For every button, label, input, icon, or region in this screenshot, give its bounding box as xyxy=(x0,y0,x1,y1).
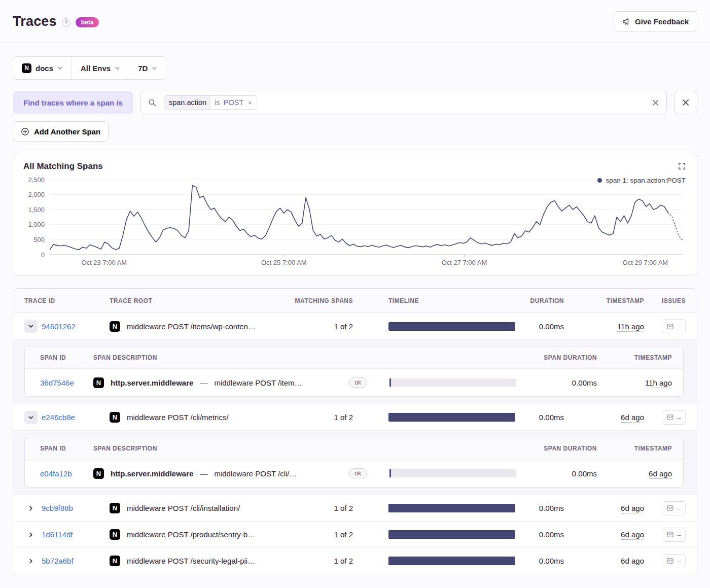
trace-root-label: middleware POST /product/sentry-b… xyxy=(127,530,255,539)
remove-span-condition-button[interactable] xyxy=(674,91,697,114)
page-title: Traces xyxy=(13,14,57,29)
trace-duration: 0.00ms xyxy=(508,322,564,331)
environment-filter[interactable]: All Envs xyxy=(72,57,129,79)
issues-inbox-icon xyxy=(666,323,674,330)
trace-id-link[interactable]: 5b72a6bf xyxy=(42,557,74,565)
issues-button[interactable]: – xyxy=(662,528,686,542)
span-status-badge: ok xyxy=(348,468,367,478)
matching-spans-count: 1 of 2 xyxy=(287,504,353,512)
trace-row: 94601262 N middleware POST /items/wp-con… xyxy=(13,313,697,339)
issues-button[interactable]: – xyxy=(662,554,686,568)
span-id-link[interactable]: 36d7546e xyxy=(40,378,74,387)
issues-button[interactable]: – xyxy=(662,501,686,515)
trace-timeline-bar[interactable] xyxy=(388,322,515,331)
span-id-link[interactable]: e04fa12b xyxy=(40,469,72,478)
span-timeline-bar[interactable] xyxy=(389,378,516,387)
svg-text:500: 500 xyxy=(33,236,45,244)
all-matching-spans-panel: All Matching Spans span 1: span.action:P… xyxy=(13,153,697,275)
nextjs-platform-icon: N xyxy=(110,556,120,566)
col-span-duration: Span Duration xyxy=(522,354,597,361)
nextjs-platform-icon: N xyxy=(110,503,120,513)
svg-text:1,000: 1,000 xyxy=(28,221,45,228)
issues-inbox-icon xyxy=(666,531,674,538)
span-timestamp: 6d ago xyxy=(649,469,672,479)
remove-token-icon[interactable]: × xyxy=(243,99,257,107)
plus-circle-icon xyxy=(21,127,29,136)
col-trace-root: Trace Root xyxy=(110,297,278,304)
span-duration: 0.00ms xyxy=(522,469,597,478)
date-range-filter-label: 7D xyxy=(138,64,148,73)
span-operation-label: http.server.middleware xyxy=(111,378,193,387)
span-description-label: middleware POST /item… xyxy=(214,378,302,387)
expand-trace-chevron[interactable] xyxy=(24,555,38,568)
nextjs-platform-icon: N xyxy=(93,377,104,388)
col-issues: Issues xyxy=(653,297,686,304)
nextjs-project-icon: N xyxy=(22,63,31,73)
project-filter[interactable]: N docs xyxy=(13,57,72,79)
trace-duration: 0.00ms xyxy=(508,504,564,512)
issues-dash: – xyxy=(677,322,681,330)
span-duration: 0.00ms xyxy=(522,378,597,387)
legend-dot-icon xyxy=(597,178,602,183)
chevron-down-icon xyxy=(152,64,157,73)
nextjs-platform-icon: N xyxy=(110,321,120,332)
trace-root-label: middleware POST /cli/installation/ xyxy=(127,504,240,512)
nextjs-platform-icon: N xyxy=(110,412,120,423)
trace-id-link[interactable]: 9cb9f88b xyxy=(42,504,73,512)
trace-id-link[interactable]: e246cb8e xyxy=(42,413,75,422)
expand-chart-icon[interactable] xyxy=(678,162,686,171)
col-span-description: Span Description xyxy=(93,445,367,452)
traces-table: Trace ID Trace Root Matching Spans Timel… xyxy=(13,288,697,574)
trace-row: 1d6114df N middleware POST /product/sent… xyxy=(13,521,697,547)
issues-dash: – xyxy=(677,531,681,539)
svg-text:0: 0 xyxy=(41,251,45,259)
trace-row: 9cb9f88b N middleware POST /cli/installa… xyxy=(13,495,697,521)
col-span-id: Span ID xyxy=(36,354,84,361)
issues-button[interactable]: – xyxy=(662,319,686,333)
give-feedback-label: Give Feedback xyxy=(635,17,689,26)
page-header: Traces ? beta Give Feedback xyxy=(0,0,710,42)
col-span-timestamp: Timestamp xyxy=(606,445,672,452)
span-search-input[interactable]: span.action is POST × xyxy=(140,91,667,114)
issues-dash: – xyxy=(677,504,681,512)
issues-inbox-icon xyxy=(666,413,674,421)
help-icon[interactable]: ? xyxy=(62,18,70,27)
chart-title: All Matching Spans xyxy=(23,161,687,171)
chevron-down-icon xyxy=(115,64,120,73)
trace-duration: 0.00ms xyxy=(508,530,564,539)
issues-button[interactable]: – xyxy=(662,410,686,425)
trace-timeline-bar[interactable] xyxy=(388,504,515,512)
expand-trace-chevron[interactable] xyxy=(24,320,38,333)
issues-dash: – xyxy=(677,557,681,565)
matching-spans-count: 1 of 2 xyxy=(287,530,353,539)
chart-legend[interactable]: span 1: span.action:POST xyxy=(597,177,686,184)
trace-timeline-bar[interactable] xyxy=(388,557,515,565)
trace-id-link[interactable]: 1d6114df xyxy=(42,530,73,539)
nextjs-platform-icon: N xyxy=(93,468,104,479)
span-description-label: middleware POST /cli/… xyxy=(214,469,297,478)
trace-timeline-bar[interactable] xyxy=(388,413,515,422)
give-feedback-button[interactable]: Give Feedback xyxy=(614,11,697,31)
col-span-id: Span ID xyxy=(36,445,84,452)
trace-timestamp: 6d ago xyxy=(621,530,644,540)
col-span-timestamp: Timestamp xyxy=(606,354,672,361)
date-range-filter[interactable]: 7D xyxy=(129,57,166,79)
expand-trace-chevron[interactable] xyxy=(24,528,38,541)
trace-id-link[interactable]: 94601262 xyxy=(42,322,76,331)
search-token-key: span.action xyxy=(164,96,211,109)
span-status-badge: ok xyxy=(348,377,367,388)
trace-timeline-bar[interactable] xyxy=(388,530,515,539)
environment-filter-label: All Envs xyxy=(81,64,111,73)
search-token[interactable]: span.action is POST × xyxy=(164,95,257,110)
expand-trace-chevron[interactable] xyxy=(24,502,38,515)
issues-inbox-icon xyxy=(666,504,674,512)
col-timestamp: Timestamp xyxy=(573,297,644,304)
span-timeline-bar[interactable] xyxy=(389,469,516,477)
trace-row: 5b72a6bf N middleware POST /security-leg… xyxy=(13,547,697,574)
svg-text:Oct 23 7:00 AM: Oct 23 7:00 AM xyxy=(82,259,127,266)
add-another-span-button[interactable]: Add Another Span xyxy=(13,121,109,142)
clear-search-icon[interactable] xyxy=(652,99,659,107)
beta-badge: beta xyxy=(76,17,99,27)
svg-text:Oct 25 7:00 AM: Oct 25 7:00 AM xyxy=(261,259,307,266)
expand-trace-chevron[interactable] xyxy=(24,411,38,424)
